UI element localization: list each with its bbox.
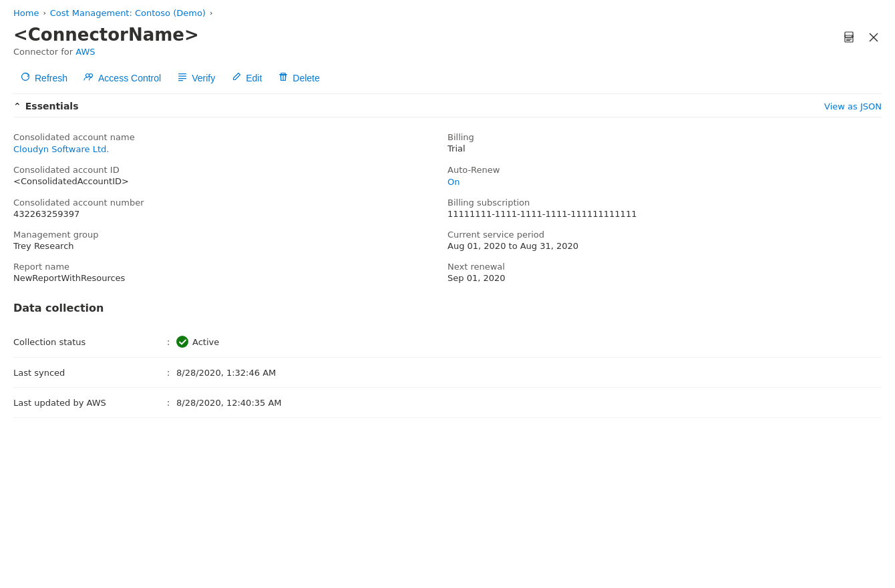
essentials-value-billing: Trial [448,143,882,154]
header-actions [840,29,882,46]
page-header: <ConnectorName> Connector for AWS [13,25,882,57]
dc-colon-1: : [160,367,176,378]
breadcrumb-parent[interactable]: Cost Management: Contoso (Demo) [50,8,206,18]
subtitle-prefix: Connector for [13,47,75,57]
essentials-value-report-name: NewReportWithResources [13,273,448,283]
refresh-button[interactable]: Refresh [13,67,74,88]
dc-label-last-synced: Last synced [13,368,160,378]
chevron-icon-1: › [43,9,45,17]
dc-value-last-synced: 8/28/2020, 1:32:46 AM [176,368,276,378]
dc-label-collection-status: Collection status [13,337,160,347]
chevron-icon-2: › [210,9,212,17]
svg-rect-3 [846,40,850,41]
essentials-label-management-group: Management group [13,230,448,240]
dc-value-status-text: Active [192,337,219,347]
svg-rect-12 [178,78,186,79]
essentials-item-billing-subscription: Billing subscription 11111111-1111-1111-… [448,192,882,224]
view-json-link[interactable]: View as JSON [824,101,882,111]
essentials-value-service-period: Aug 01, 2020 to Aug 31, 2020 [448,241,882,251]
dc-row-last-updated: Last updated by AWS : 8/28/2020, 12:40:3… [13,388,882,418]
essentials-value-billing-subscription: 11111111-1111-1111-1111-111111111111 [448,209,882,219]
delete-label: Delete [293,73,319,83]
dc-row-last-synced: Last synced : 8/28/2020, 1:32:46 AM [13,358,882,388]
essentials-label-account-number: Consolidated account number [13,198,448,208]
edit-label: Edit [246,73,262,83]
essentials-item-auto-renew: Auto-Renew On [448,160,882,192]
page-title: <ConnectorName> [13,25,199,45]
access-control-button[interactable]: Access Control [77,67,168,88]
essentials-label-billing-subscription: Billing subscription [448,198,882,208]
essentials-header: ⌃ Essentials View as JSON [13,101,882,117]
essentials-title: ⌃ Essentials [13,101,79,111]
svg-rect-10 [178,73,186,74]
access-control-label: Access Control [98,73,161,83]
essentials-label-service-period: Current service period [448,230,882,240]
essentials-value-account-id: <ConsolidatedAccountID> [13,176,448,186]
essentials-item-next-renewal: Next renewal Sep 01, 2020 [448,256,882,288]
dc-row-collection-status: Collection status : Active [13,326,882,358]
page-title-block: <ConnectorName> Connector for AWS [13,25,199,57]
essentials-value-account-number: 432263259397 [13,209,448,219]
svg-rect-16 [283,75,284,81]
aws-link[interactable]: AWS [75,47,95,57]
essentials-title-text: Essentials [25,101,79,111]
svg-rect-11 [178,76,186,77]
essentials-label-next-renewal: Next renewal [448,262,882,272]
collapse-icon: ⌃ [13,101,21,111]
essentials-value-auto-renew[interactable]: On [448,177,460,187]
essentials-label-billing: Billing [448,132,882,142]
essentials-value-next-renewal: Sep 01, 2020 [448,273,882,283]
close-button[interactable] [866,29,882,45]
dc-colon-0: : [160,336,176,347]
page-subtitle: Connector for AWS [13,47,199,57]
essentials-item-report-name: Report name NewReportWithResources [13,256,448,288]
svg-rect-1 [845,37,853,42]
dc-value-collection-status: Active [176,336,219,348]
delete-button[interactable]: Delete [271,67,326,88]
svg-point-5 [852,36,853,37]
dc-value-last-updated: 8/28/2020, 12:40:35 AM [176,398,282,408]
print-icon [843,31,855,43]
svg-rect-13 [178,80,183,81]
essentials-value-management-group: Trey Research [13,241,448,251]
essentials-item-account-id: Consolidated account ID <ConsolidatedAcc… [13,160,448,192]
svg-rect-2 [846,39,852,39]
edit-button[interactable]: Edit [224,67,268,88]
data-collection-title: Data collection [13,302,882,314]
essentials-value-account-name[interactable]: Cloudyn Software Ltd. [13,144,109,154]
verify-label: Verify [192,73,215,83]
refresh-label: Refresh [35,73,67,83]
breadcrumb: Home › Cost Management: Contoso (Demo) › [13,8,882,18]
essentials-item-management-group: Management group Trey Research [13,224,448,256]
svg-point-9 [90,74,93,77]
essentials-item-account-number: Consolidated account number 432263259397 [13,192,448,224]
access-control-icon [83,71,94,84]
breadcrumb-home[interactable]: Home [13,8,39,18]
essentials-label-account-id: Consolidated account ID [13,165,448,175]
verify-button[interactable]: Verify [170,67,222,88]
edit-icon [231,71,242,84]
page-container: Home › Cost Management: Contoso (Demo) ›… [0,0,895,426]
essentials-item-service-period: Current service period Aug 01, 2020 to A… [448,224,882,256]
verify-icon [177,71,188,84]
dc-colon-2: : [160,397,176,408]
essentials-item-billing: Billing Trial [448,127,882,160]
close-icon [868,32,879,43]
essentials-label-report-name: Report name [13,262,448,272]
essentials-grid: Consolidated account name Cloudyn Softwa… [13,127,882,288]
delete-icon [278,71,289,84]
active-status-icon [176,336,188,348]
essentials-label-auto-renew: Auto-Renew [448,165,882,175]
essentials-label-account-name: Consolidated account name [13,132,448,142]
toolbar: Refresh Access Control [13,67,882,94]
svg-point-8 [86,74,90,77]
essentials-item-account-name: Consolidated account name Cloudyn Softwa… [13,127,448,160]
refresh-icon [20,71,31,84]
print-button[interactable] [840,29,858,46]
data-collection-section: Data collection Collection status : Acti… [13,302,882,418]
essentials-section: ⌃ Essentials View as JSON Consolidated a… [13,94,882,288]
dc-label-last-updated: Last updated by AWS [13,398,160,408]
